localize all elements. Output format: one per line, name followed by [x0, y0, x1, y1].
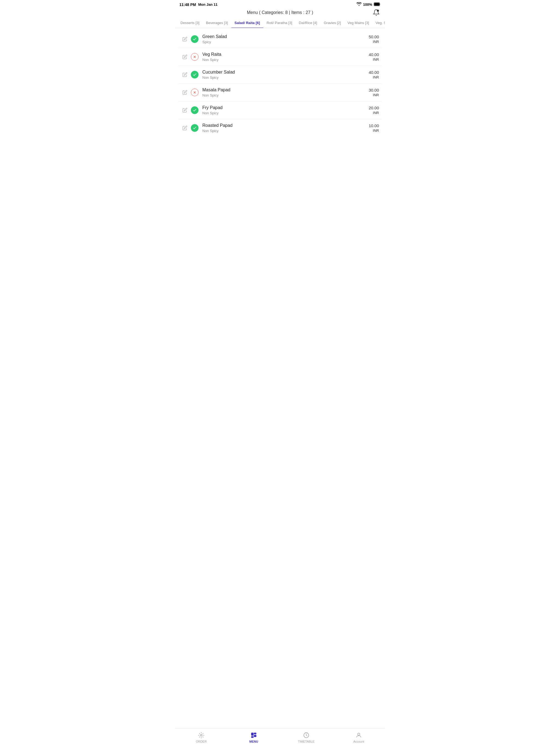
status-icon-inactive: [191, 88, 199, 96]
item-price: 10.00: [368, 123, 379, 128]
item-name: Fry Papad: [202, 105, 368, 110]
item-price: 20.00: [368, 106, 379, 110]
item-spicy: Non Spicy: [202, 111, 368, 115]
category-tabs: Desserts [3] Beverages [3] Salad/ Raita …: [175, 18, 385, 28]
svg-rect-8: [251, 733, 253, 736]
item-currency: INR: [373, 93, 379, 97]
item-currency: INR: [373, 40, 379, 44]
status-date: Mon Jan 11: [198, 2, 218, 6]
wifi-icon: [357, 2, 361, 7]
item-name: Veg Raita: [202, 52, 368, 57]
edit-cucumber-salad-button[interactable]: [181, 72, 189, 77]
tab-gravies[interactable]: Gravies [2]: [321, 18, 344, 28]
nav-order[interactable]: ORDER: [175, 730, 228, 744]
table-row: Green Salad Spicy 50.00 INR: [178, 30, 382, 48]
item-spicy: Spicy: [202, 40, 368, 44]
nav-menu-label: MENU: [249, 740, 258, 743]
table-row: Veg Raita Non Spicy 40.00 INR: [178, 48, 382, 66]
status-icon-active: [191, 71, 199, 78]
header-title: Menu ( Categories: 8 | Items : 27 ): [247, 10, 313, 15]
edit-veg-raita-button[interactable]: [181, 54, 189, 59]
tab-dal-rice[interactable]: Dal/Rice [4]: [296, 18, 321, 28]
item-price: 50.00: [368, 34, 379, 39]
svg-rect-11: [251, 736, 253, 738]
item-price: 40.00: [368, 52, 379, 57]
header: Menu ( Categories: 8 | Items : 27 ): [175, 8, 385, 18]
edit-masala-papad-button[interactable]: [181, 90, 189, 95]
svg-rect-9: [254, 733, 256, 734]
nav-order-label: ORDER: [196, 740, 207, 743]
account-icon: [355, 732, 362, 739]
table-row: Fry Papad Non Spicy 20.00 INR: [178, 101, 382, 119]
svg-rect-10: [254, 735, 256, 737]
edit-green-salad-button[interactable]: [181, 36, 189, 42]
edit-roasted-papad-button[interactable]: [181, 126, 189, 130]
svg-point-7: [200, 735, 202, 736]
item-spicy: Non Spicy: [202, 129, 368, 133]
order-icon: [198, 732, 205, 739]
nav-account-label: Account: [353, 740, 364, 743]
bottom-nav: ORDER MENU TIMETABLE: [175, 728, 385, 747]
status-icon-active: [191, 106, 199, 114]
nav-timetable[interactable]: TIMETABLE: [280, 730, 332, 744]
status-icon-active: [191, 35, 199, 43]
item-spicy: Non Spicy: [202, 93, 368, 97]
item-currency: INR: [373, 129, 379, 133]
table-row: Masala Papad Non Spicy 30.00 INR: [178, 84, 382, 101]
status-bar: 11:48 PM Mon Jan 11 100%: [175, 0, 385, 8]
tab-salad-raita[interactable]: Salad/ Raita [6]: [231, 18, 263, 28]
table-row: Roasted Papad Non Spicy 10.00 INR: [178, 119, 382, 137]
menu-list: Green Salad Spicy 50.00 INR Veg Raita No…: [175, 28, 385, 728]
item-name: Green Salad: [202, 34, 368, 39]
item-spicy: Non Spicy: [202, 75, 368, 80]
status-time: 11:48 PM: [179, 2, 196, 7]
nav-timetable-label: TIMETABLE: [298, 740, 314, 743]
menu-icon: [250, 732, 257, 739]
tab-roti-paratha[interactable]: Roti/ Paratha [3]: [263, 18, 296, 28]
status-icon-inactive: [191, 53, 199, 61]
tab-beverages[interactable]: Beverages [3]: [203, 18, 231, 28]
table-row: Cucumber Salad Non Spicy 40.00 INR: [178, 66, 382, 84]
timetable-icon: [303, 732, 310, 739]
tab-veg-mains[interactable]: Veg Mains [3]: [344, 18, 373, 28]
nav-menu[interactable]: MENU: [228, 730, 280, 744]
status-icons: 100%: [357, 2, 381, 7]
nav-account[interactable]: Account: [332, 730, 385, 744]
item-name: Cucumber Salad: [202, 70, 368, 75]
edit-fry-papad-button[interactable]: [181, 108, 189, 113]
battery-percent: 100%: [363, 2, 372, 6]
item-spicy: Non Spicy: [202, 58, 368, 62]
svg-rect-1: [374, 3, 380, 5]
svg-point-14: [358, 733, 360, 735]
tab-desserts[interactable]: Desserts [3]: [177, 18, 203, 28]
item-name: Masala Papad: [202, 87, 368, 93]
item-price: 30.00: [368, 88, 379, 93]
battery-icon: [374, 2, 381, 7]
tab-veg-starters[interactable]: Veg. Starters [3]: [373, 18, 385, 28]
item-currency: INR: [373, 111, 379, 115]
notification-bell-button[interactable]: [372, 8, 381, 17]
item-name: Roasted Papad: [202, 123, 368, 128]
item-price: 40.00: [368, 70, 379, 75]
item-currency: INR: [373, 75, 379, 79]
item-currency: INR: [373, 57, 379, 61]
svg-point-2: [377, 9, 379, 12]
status-icon-active: [191, 124, 199, 132]
